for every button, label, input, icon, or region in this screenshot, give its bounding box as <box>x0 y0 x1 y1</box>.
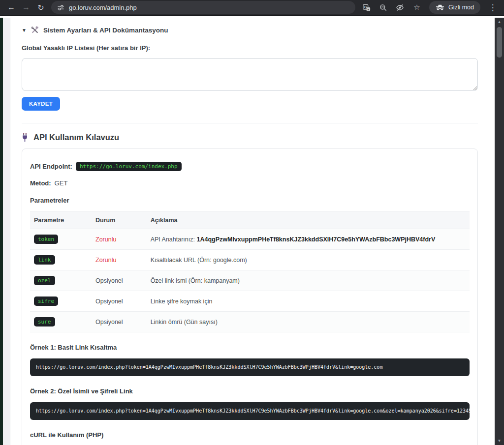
params-table: Parametre Durum Açıklama token Zorunlu A… <box>30 211 470 332</box>
banned-ip-label: Global Yasaklı IP Listesi (Her satıra bi… <box>22 44 478 52</box>
param-desc: Kısaltılacak URL (Örn: google.com) <box>151 257 247 264</box>
param-badge: link <box>34 255 55 265</box>
svg-text:a: a <box>367 7 369 10</box>
status-optional: Opsiyonel <box>95 277 123 284</box>
status-required: Zorunlu <box>95 236 116 243</box>
status-optional: Opsiyonel <box>95 319 123 326</box>
method-value: GET <box>55 179 68 187</box>
scrollbar-thumb[interactable] <box>497 27 502 58</box>
site-settings-icon[interactable] <box>57 4 64 11</box>
example2-heading: Örnek 2: Özel İsimli ve Şifreli Link <box>30 387 470 395</box>
status-required: Zorunlu <box>95 257 116 264</box>
incognito-icon <box>436 4 444 10</box>
param-badge: ozel <box>34 276 55 285</box>
admin-page: ▼ Sistem Ayarları & API Dokümantasyonu G… <box>11 18 495 445</box>
api-guide-heading: API Kullanım Kılavuzu <box>22 133 478 142</box>
banned-ip-textarea[interactable] <box>22 58 478 91</box>
endpoint-line: API Endpoint: https://go.loruv.com/index… <box>30 162 470 171</box>
toolbar-actions: G a ☆ <box>359 0 500 14</box>
bookmark-star-icon[interactable]: ☆ <box>410 0 424 14</box>
endpoint-label: API Endpoint: <box>30 163 72 170</box>
section-divider <box>22 123 478 123</box>
table-row: token Zorunlu API Anahtarınız: 1A4qgPzwM… <box>30 229 470 250</box>
url-text: go.loruv.com/admin.php <box>69 4 137 11</box>
example1-code-block: https://go.loruv.com/index.php?token=1A4… <box>30 358 470 376</box>
example2-code-block: https://go.loruv.com/index.php?token=1A4… <box>30 402 470 420</box>
param-badge: sure <box>34 317 55 326</box>
param-desc: Linkin ömrü (Gün sayısı) <box>151 319 218 326</box>
incognito-badge: Gizli mod <box>429 1 480 14</box>
system-settings-title: Sistem Ayarları & API Dokümantasyonu <box>43 27 168 34</box>
api-guide-title: API Kullanım Kılavuzu <box>33 133 119 142</box>
hammer-wrench-icon <box>31 26 39 34</box>
status-optional: Opsiyonel <box>95 298 123 305</box>
save-button[interactable]: KAYDET <box>22 97 60 111</box>
table-row: sifre Opsiyonel Linke şifre koymak için <box>30 291 470 312</box>
method-label: Metod: <box>30 179 51 187</box>
params-heading: Parametreler <box>30 197 470 204</box>
forward-icon[interactable]: → <box>19 0 33 14</box>
scroll-up-arrow-icon[interactable]: ▲ <box>495 18 504 26</box>
param-badge: token <box>34 235 58 244</box>
col-durum: Durum <box>92 212 147 229</box>
zoom-out-icon[interactable] <box>376 0 391 14</box>
endpoint-value: https://go.loruv.com/index.php <box>76 162 182 171</box>
system-settings-summary[interactable]: ▼ Sistem Ayarları & API Dokümantasyonu <box>22 26 478 34</box>
reload-icon[interactable]: ↻ <box>33 0 48 14</box>
param-badge: sifre <box>34 297 58 306</box>
api-token-value: 1A4qgPzwMIvxuppmPHeTf8knsKJZ3kkddSXlH7C9… <box>196 236 435 243</box>
api-guide-card: API Endpoint: https://go.loruv.com/index… <box>22 148 478 445</box>
col-parametre: Parametre <box>30 212 92 229</box>
example1-heading: Örnek 1: Basit Link Kısaltma <box>30 344 470 351</box>
table-row: ozel Opsiyonel Özel link ismi (Örn: kamp… <box>30 270 470 291</box>
param-desc: API Anahtarınız: <box>151 236 195 243</box>
param-desc: Özel link ismi (Örn: kampanyam) <box>151 277 240 284</box>
table-row: sure Opsiyonel Linkin ömrü (Gün sayısı) <box>30 312 470 332</box>
table-row: link Zorunlu Kısaltılacak URL (Örn: goog… <box>30 250 470 270</box>
scroll-down-arrow-icon[interactable]: ▼ <box>495 437 504 445</box>
translate-icon[interactable]: G a <box>359 0 374 14</box>
page-left-gutter <box>3 18 10 445</box>
plug-icon <box>22 133 28 142</box>
incognito-label: Gizli mod <box>448 4 474 11</box>
back-icon[interactable]: ← <box>4 0 19 14</box>
menu-dots-icon[interactable]: ⋮ <box>485 0 500 14</box>
curl-heading: cURL ile Kullanım (PHP) <box>30 431 470 439</box>
table-header-row: Parametre Durum Açıklama <box>30 212 470 229</box>
address-bar[interactable]: go.loruv.com/admin.php <box>51 1 355 14</box>
caret-down-icon: ▼ <box>22 28 27 33</box>
method-line: Metod: GET <box>30 179 470 187</box>
col-aciklama: Açıklama <box>147 212 470 229</box>
eye-off-icon[interactable] <box>393 0 408 14</box>
browser-toolbar: ← → ↻ go.loruv.com/admin.php G a <box>0 0 504 16</box>
param-desc: Linke şifre koymak için <box>151 298 213 305</box>
vertical-scrollbar[interactable]: ▲ ▼ <box>495 18 504 445</box>
